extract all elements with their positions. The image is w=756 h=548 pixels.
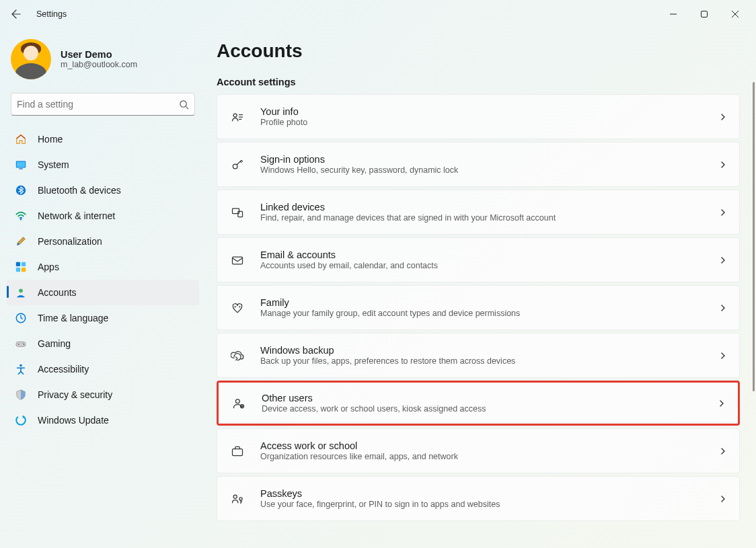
nav-label: Accounts: [38, 287, 77, 298]
card-your-info[interactable]: Your info Profile photo: [217, 94, 740, 139]
svg-point-16: [18, 344, 20, 345]
back-button[interactable]: [8, 6, 24, 22]
nav-label: System: [38, 159, 69, 170]
card-title: Access work or school: [260, 440, 719, 451]
card-title: Linked devices: [260, 202, 719, 212]
chevron-right-icon: [719, 304, 727, 312]
svg-rect-11: [16, 268, 20, 272]
wifi-icon: [15, 210, 27, 222]
chevron-right-icon: [719, 256, 727, 264]
chevron-right-icon: [719, 495, 727, 503]
card-subtitle: Find, repair, and manage devices that ar…: [260, 213, 719, 223]
chevron-right-icon: [719, 447, 727, 455]
chevron-right-icon: [719, 352, 727, 360]
system-icon: [15, 159, 27, 171]
gaming-icon: [15, 338, 27, 350]
apps-icon: [15, 261, 27, 273]
card-windows-backup[interactable]: Windows backup Back up your files, apps,…: [217, 333, 740, 378]
nav-label: Gaming: [38, 338, 71, 349]
linked-icon: [229, 206, 245, 219]
sidebar-item-personalization[interactable]: Personalization: [7, 229, 199, 254]
svg-rect-35: [233, 448, 243, 455]
search-box[interactable]: [11, 93, 195, 116]
nav-label: Personalization: [38, 236, 102, 247]
time-icon: [15, 312, 27, 324]
svg-rect-1: [702, 11, 708, 17]
card-title: Email & accounts: [260, 249, 719, 260]
svg-point-17: [22, 343, 23, 344]
svg-point-21: [233, 114, 237, 117]
home-icon: [15, 133, 27, 145]
key-icon: [229, 158, 245, 171]
close-icon: [732, 11, 739, 17]
passkeys-icon: [229, 492, 245, 506]
sidebar-item-bluetooth-devices[interactable]: Bluetooth & devices: [7, 178, 199, 203]
minimize-button[interactable]: [658, 3, 689, 25]
otherusers-icon: [231, 397, 247, 410]
page-title: Accounts: [217, 40, 740, 62]
card-sign-in-options[interactable]: Sign-in options Windows Hello, security …: [217, 142, 740, 187]
section-label: Account settings: [217, 77, 740, 87]
search-icon: [179, 100, 189, 110]
card-other-users[interactable]: Other users Device access, work or schoo…: [217, 381, 740, 426]
card-title: Passkeys: [260, 488, 719, 499]
svg-point-13: [19, 288, 23, 292]
avatar: [11, 39, 51, 79]
profile-block[interactable]: User Demo m_lab@outlook.com: [7, 35, 199, 89]
card-family[interactable]: Family Manage your family group, edit ac…: [217, 285, 740, 330]
svg-point-18: [24, 344, 24, 345]
svg-rect-9: [16, 262, 20, 266]
card-linked-devices[interactable]: Linked devices Find, repair, and manage …: [217, 190, 740, 235]
card-access-work-or-school[interactable]: Access work or school Organization resou…: [217, 428, 740, 473]
sidebar-item-time-language[interactable]: Time & language: [7, 305, 199, 331]
nav-label: Accessibility: [38, 364, 89, 375]
work-icon: [229, 444, 245, 458]
card-subtitle: Use your face, fingerprint, or PIN to si…: [260, 500, 719, 509]
search-input[interactable]: [17, 99, 179, 110]
svg-rect-10: [22, 262, 26, 266]
shield-icon: [15, 389, 27, 401]
chevron-right-icon: [719, 161, 727, 169]
nav-label: Apps: [38, 262, 59, 272]
titlebar: Settings: [0, 0, 756, 28]
nav-label: Network & internet: [38, 210, 115, 221]
card-subtitle: Windows Hello, security key, password, d…: [260, 165, 719, 175]
card-subtitle: Back up your files, apps, preferences to…: [260, 356, 719, 366]
scrollbar[interactable]: [753, 82, 755, 391]
close-button[interactable]: [720, 3, 751, 25]
svg-rect-6: [19, 168, 22, 169]
svg-rect-27: [238, 211, 243, 217]
brush-icon: [15, 235, 27, 247]
maximize-button[interactable]: [689, 3, 720, 25]
minimize-icon: [670, 11, 677, 17]
chevron-right-icon: [719, 113, 727, 121]
nav-label: Home: [38, 134, 63, 145]
sidebar-item-network-internet[interactable]: Network & internet: [7, 203, 199, 229]
arrow-left-icon: [11, 9, 22, 19]
svg-point-29: [235, 306, 236, 307]
card-subtitle: Accounts used by email, calendar, and co…: [260, 261, 719, 270]
access-icon: [15, 363, 27, 375]
sidebar: User Demo m_lab@outlook.com HomeSystemBl…: [0, 28, 206, 548]
card-subtitle: Device access, work or school users, kio…: [262, 404, 718, 414]
backup-icon: [229, 349, 245, 362]
sidebar-item-apps[interactable]: Apps: [7, 254, 199, 280]
sidebar-item-gaming[interactable]: Gaming: [7, 331, 199, 356]
sidebar-item-windows-update[interactable]: Windows Update: [7, 407, 199, 433]
card-passkeys[interactable]: Passkeys Use your face, fingerprint, or …: [217, 476, 740, 521]
svg-point-31: [235, 399, 239, 403]
card-email-accounts[interactable]: Email & accounts Accounts used by email,…: [217, 237, 740, 282]
sidebar-item-accessibility[interactable]: Accessibility: [7, 356, 199, 382]
sidebar-item-privacy-security[interactable]: Privacy & security: [7, 382, 199, 407]
sidebar-item-accounts[interactable]: Accounts: [7, 280, 199, 305]
svg-point-30: [239, 306, 240, 307]
nav-label: Windows Update: [38, 415, 109, 426]
sidebar-item-system[interactable]: System: [7, 152, 199, 178]
card-title: Other users: [262, 393, 718, 403]
main-content: Accounts Account settings Your info Prof…: [206, 28, 756, 548]
svg-point-37: [239, 497, 242, 500]
card-title: Family: [260, 297, 719, 308]
sidebar-item-home[interactable]: Home: [7, 126, 199, 152]
account-icon: [15, 286, 27, 299]
chevron-right-icon: [719, 208, 727, 217]
